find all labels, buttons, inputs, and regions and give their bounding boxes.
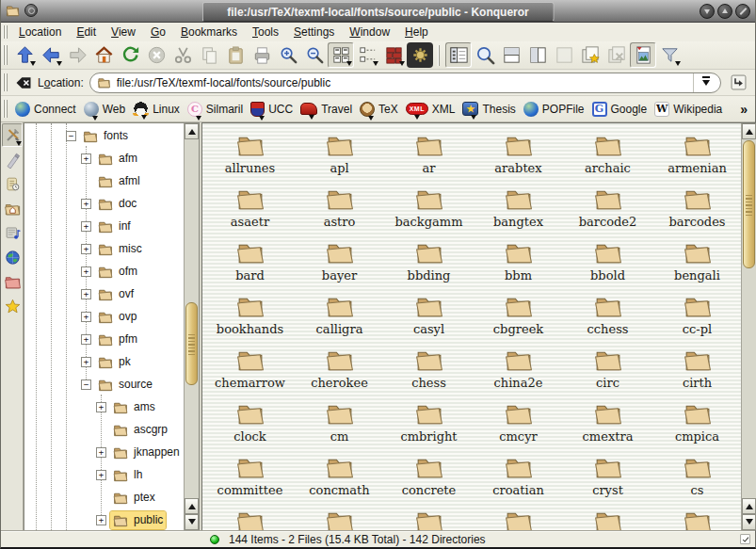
tree-item-pfm[interactable]: +pfm bbox=[24, 329, 183, 349]
folder-item-cmpica[interactable]: cmpica bbox=[652, 397, 740, 451]
image-preview-button[interactable] bbox=[630, 42, 656, 68]
folder-item-astro[interactable]: astro bbox=[295, 183, 384, 236]
forward-arrow-button[interactable] bbox=[64, 42, 90, 68]
expand-icon[interactable]: + bbox=[96, 515, 106, 525]
network-globe-button[interactable] bbox=[2, 246, 23, 269]
menu-settings[interactable]: Settings bbox=[286, 24, 342, 40]
reload-button[interactable] bbox=[117, 42, 143, 68]
collapse-icon[interactable]: − bbox=[81, 379, 91, 390]
menu-edit[interactable]: Edit bbox=[69, 24, 104, 40]
folder-item-bbm[interactable]: bbm bbox=[474, 236, 563, 290]
bookmark-popfile[interactable]: POPFile bbox=[523, 102, 585, 117]
view-scroll-up-button[interactable] bbox=[742, 123, 756, 139]
remove-view-button[interactable] bbox=[551, 42, 577, 68]
folder-item-croatian[interactable]: croatian bbox=[474, 451, 563, 505]
folder-item-circ[interactable]: circ bbox=[563, 344, 652, 397]
split-horizontal-button[interactable] bbox=[498, 42, 524, 68]
split-vertical-button[interactable] bbox=[524, 42, 551, 68]
folder-item-armenian[interactable]: armenian bbox=[652, 129, 740, 183]
menu-bookmarks[interactable]: Bookmarks bbox=[173, 24, 245, 40]
expand-icon[interactable]: + bbox=[96, 402, 106, 412]
bookmark-tex[interactable]: TeX bbox=[360, 102, 398, 117]
expand-icon[interactable]: + bbox=[81, 266, 91, 277]
location-input[interactable]: file:/usr/TeX/texmf-local/fonts/source/p… bbox=[89, 73, 721, 93]
folder-item-cbgreek[interactable]: cbgreek bbox=[474, 290, 563, 344]
minimize-button[interactable] bbox=[700, 4, 715, 19]
new-tab-button[interactable] bbox=[577, 42, 603, 68]
folder-item-cmcyr[interactable]: cmcyr bbox=[474, 397, 563, 451]
folder-item-calligra[interactable]: calligra bbox=[295, 290, 384, 344]
go-button[interactable] bbox=[727, 72, 749, 94]
history-scroll-button[interactable] bbox=[2, 172, 23, 196]
tree-item-ovf[interactable]: +ovf bbox=[24, 283, 183, 304]
bookmark-overflow-chevron[interactable]: » bbox=[740, 102, 748, 117]
copy-button[interactable] bbox=[196, 42, 222, 68]
services-button[interactable] bbox=[2, 221, 23, 245]
folder-item-cmextra[interactable]: cmextra bbox=[563, 397, 652, 451]
folder-item-chemarrow[interactable]: chemarrow bbox=[205, 344, 295, 397]
folder-item-bookhands[interactable]: bookhands bbox=[205, 290, 295, 344]
filter-button[interactable] bbox=[656, 42, 683, 68]
side-panel-button[interactable] bbox=[445, 42, 472, 68]
bookmark-thesis[interactable]: ★Thesis bbox=[462, 102, 515, 116]
toolbar-grip[interactable] bbox=[3, 45, 8, 64]
expand-icon[interactable]: + bbox=[81, 221, 91, 232]
tree-item-inf[interactable]: +inf bbox=[24, 216, 183, 236]
locationbar-grip[interactable] bbox=[3, 73, 8, 91]
folder-item-cm[interactable]: cm bbox=[295, 397, 384, 451]
bookmark-linux[interactable]: Linux bbox=[133, 102, 180, 116]
bookmark-ucc[interactable]: UCC bbox=[250, 102, 293, 117]
folder-item-partial[interactable] bbox=[563, 505, 652, 530]
folder-item-cmbright[interactable]: cmbright bbox=[384, 397, 474, 451]
expand-icon[interactable]: + bbox=[81, 289, 91, 299]
folder-item-cryst[interactable]: cryst bbox=[563, 451, 652, 505]
paste-button[interactable] bbox=[222, 42, 249, 68]
folder-item-partial[interactable] bbox=[295, 505, 384, 530]
folder-item-bbding[interactable]: bbding bbox=[384, 236, 474, 290]
tree-item-public[interactable]: +public bbox=[24, 509, 183, 530]
tree-item-jknappen[interactable]: +jknappen bbox=[24, 442, 183, 462]
title-bar[interactable]: file:/usr/TeX/texmf-local/fonts/source/p… bbox=[1, 0, 755, 23]
close-tab-button[interactable] bbox=[603, 42, 630, 68]
expand-icon[interactable]: + bbox=[81, 357, 91, 367]
menu-help[interactable]: Help bbox=[397, 24, 436, 40]
folder-item-asaetr[interactable]: asaetr bbox=[205, 183, 295, 236]
zoom-in-button[interactable] bbox=[275, 42, 301, 68]
tree-item-ovp[interactable]: +ovp bbox=[24, 306, 183, 327]
folder-item-bengali[interactable]: bengali bbox=[652, 236, 740, 290]
folder-item-chess[interactable]: chess bbox=[384, 344, 474, 397]
menu-view[interactable]: View bbox=[104, 24, 143, 40]
tools-button[interactable] bbox=[2, 123, 23, 147]
tree-item-lh[interactable]: +lh bbox=[24, 464, 183, 485]
folder-item-bangtex[interactable]: bangtex bbox=[474, 183, 563, 236]
folder-item-backgamm[interactable]: backgamm bbox=[384, 183, 474, 236]
menu-go[interactable]: Go bbox=[143, 24, 173, 40]
view-scroll-down-button[interactable] bbox=[742, 514, 756, 530]
bookmarkbar-grip[interactable] bbox=[3, 100, 8, 118]
tree-item-fonts[interactable]: −fonts bbox=[24, 125, 183, 146]
up-arrow-button[interactable] bbox=[11, 42, 38, 68]
tree-item-ptex[interactable]: ptex bbox=[24, 487, 183, 508]
tree-item-ascgrp[interactable]: ascgrp bbox=[24, 419, 183, 440]
folder-item-china2e[interactable]: china2e bbox=[474, 344, 563, 397]
tree-item-pk[interactable]: +pk bbox=[24, 351, 183, 372]
bookmark-google[interactable]: GGoogle bbox=[592, 102, 648, 117]
collapse-icon[interactable]: − bbox=[66, 131, 76, 141]
folder-item-cs[interactable]: cs bbox=[652, 451, 740, 505]
folder-item-cc-pl[interactable]: cc-pl bbox=[652, 290, 740, 344]
tree-item-doc[interactable]: +doc bbox=[24, 193, 183, 214]
menu-window[interactable]: Window bbox=[342, 24, 397, 40]
folder-item-ar[interactable]: ar bbox=[384, 129, 474, 183]
folder-item-barcode2[interactable]: barcode2 bbox=[563, 183, 652, 236]
expand-icon[interactable]: + bbox=[81, 199, 91, 209]
folder-item-partial[interactable] bbox=[474, 505, 563, 530]
folder-item-bard[interactable]: bard bbox=[205, 236, 295, 290]
bookmarks-star-button[interactable] bbox=[2, 295, 23, 318]
folder-item-barcodes[interactable]: barcodes bbox=[652, 183, 740, 236]
folder-item-concmath[interactable]: concmath bbox=[295, 451, 384, 505]
view-scroll-up2-button[interactable] bbox=[742, 498, 756, 514]
tree-item-ofm[interactable]: +ofm bbox=[24, 261, 183, 282]
location-dropdown-button[interactable] bbox=[693, 73, 718, 92]
folder-item-concrete[interactable]: concrete bbox=[384, 451, 474, 505]
folder-item-bbold[interactable]: bbold bbox=[563, 236, 652, 290]
